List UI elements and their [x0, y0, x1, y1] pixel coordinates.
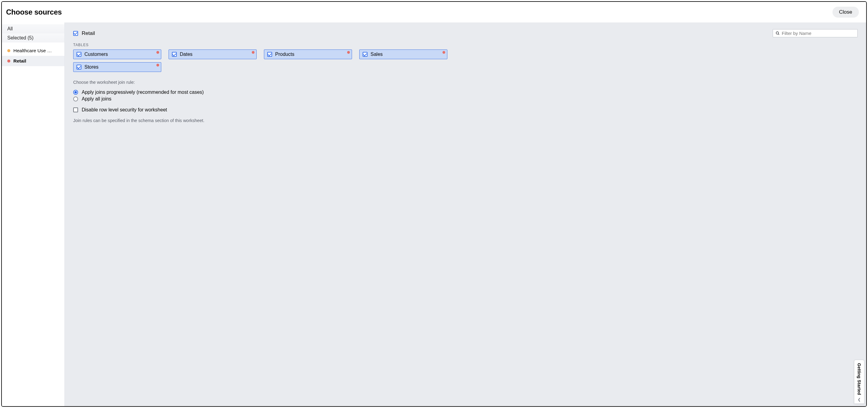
- svg-point-0: [776, 32, 779, 34]
- table-chip-sales[interactable]: Sales: [359, 50, 447, 59]
- sidebar-source-label: Retail: [13, 58, 26, 64]
- sidebar-filter-selected[interactable]: Selected (5): [2, 33, 64, 42]
- status-dot-icon: [7, 60, 10, 63]
- status-dot-icon: [7, 49, 10, 52]
- sidebar-filter-all[interactable]: All: [2, 24, 64, 33]
- disable-rls-label: Disable row level security for worksheet: [82, 107, 167, 113]
- join-rule-all[interactable]: Apply all joins: [73, 96, 858, 102]
- radio-button[interactable]: [73, 97, 78, 101]
- close-button[interactable]: Close: [833, 7, 859, 18]
- table-label: Stores: [85, 64, 98, 70]
- radio-button[interactable]: [73, 90, 78, 95]
- sidebar-source-healthcare[interactable]: Healthcare Use …: [2, 45, 64, 56]
- status-dot-icon: [442, 51, 445, 54]
- tables-section-label: TABLES: [73, 43, 858, 47]
- sidebar: All Selected (5) Healthcare Use … Retail: [2, 23, 65, 406]
- table-checkbox[interactable]: [267, 52, 272, 57]
- svg-line-1: [778, 34, 779, 35]
- dialog-title: Choose sources: [6, 8, 62, 17]
- disable-rls-row[interactable]: Disable row level security for worksheet: [73, 107, 858, 113]
- sidebar-source-retail[interactable]: Retail: [2, 56, 64, 66]
- dialog-header: Choose sources Close: [2, 2, 866, 23]
- table-checkbox[interactable]: [76, 52, 82, 57]
- status-dot-icon: [156, 51, 159, 54]
- join-rule-hint: Join rules can be specified in the schem…: [73, 118, 858, 123]
- getting-started-label: Getting Started: [857, 363, 862, 395]
- sidebar-source-label: Healthcare Use …: [13, 48, 52, 54]
- chevron-left-icon: ❮: [858, 397, 861, 402]
- radio-label: Apply joins progressively (recommended f…: [82, 90, 204, 95]
- search-icon: [775, 31, 780, 35]
- radio-label: Apply all joins: [82, 96, 112, 102]
- source-checkbox[interactable]: [73, 31, 78, 36]
- table-label: Customers: [85, 52, 108, 57]
- table-checkbox[interactable]: [172, 52, 177, 57]
- filter-input-wrap[interactable]: [773, 29, 858, 37]
- table-checkbox[interactable]: [76, 65, 82, 69]
- table-chip-dates[interactable]: Dates: [168, 50, 257, 59]
- table-label: Dates: [180, 52, 192, 57]
- table-chip-stores[interactable]: Stores: [73, 62, 161, 72]
- filter-input[interactable]: [782, 31, 855, 36]
- main-panel: Retail TABLES Customers: [65, 23, 866, 406]
- join-rule-progressive[interactable]: Apply joins progressively (recommended f…: [73, 90, 858, 95]
- table-chip-customers[interactable]: Customers: [73, 50, 161, 59]
- table-label: Products: [275, 52, 294, 57]
- status-dot-icon: [156, 64, 159, 66]
- status-dot-icon: [347, 51, 350, 54]
- table-chip-products[interactable]: Products: [264, 50, 352, 59]
- getting-started-tab[interactable]: Getting Started ❮: [854, 360, 864, 404]
- disable-rls-checkbox[interactable]: [73, 107, 78, 112]
- source-name: Retail: [82, 30, 95, 36]
- table-label: Sales: [371, 52, 383, 57]
- join-rule-prompt: Choose the worksheet join rule:: [73, 80, 858, 85]
- tables-grid: Customers Dates Products Sales: [73, 50, 858, 72]
- status-dot-icon: [252, 51, 254, 54]
- table-checkbox[interactable]: [363, 52, 368, 57]
